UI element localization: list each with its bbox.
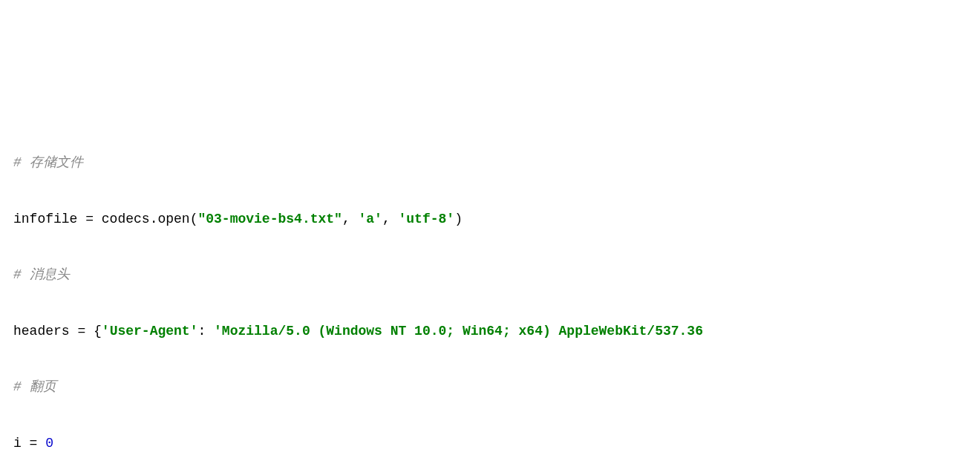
code-text: , bbox=[382, 212, 399, 226]
string-literal: 'a' bbox=[359, 212, 382, 226]
code-line: i = 0 bbox=[13, 430, 967, 458]
code-line: # 翻页 bbox=[13, 373, 967, 402]
code-text: , bbox=[342, 212, 359, 226]
string-literal: 'utf-8' bbox=[399, 212, 455, 226]
code-text: ) bbox=[454, 212, 463, 226]
code-text: : bbox=[197, 324, 214, 339]
code-text: i = bbox=[13, 436, 45, 451]
string-literal: "03-movie-bs4.txt" bbox=[197, 212, 342, 226]
code-line: # 存储文件 bbox=[13, 149, 967, 177]
code-text: infofile = codecs.open( bbox=[13, 212, 197, 226]
comment: # 消息头 bbox=[13, 267, 70, 282]
code-line: # 消息头 bbox=[13, 261, 967, 290]
code-block: # 存储文件 infofile = codecs.open("03-movie-… bbox=[13, 121, 967, 461]
string-literal: 'User-Agent' bbox=[102, 324, 198, 339]
code-text: headers = { bbox=[13, 324, 102, 339]
comment: # 存储文件 bbox=[13, 155, 83, 170]
number-literal: 0 bbox=[45, 436, 53, 451]
string-literal: 'Mozilla/5.0 (Windows NT 10.0; Win64; x6… bbox=[214, 324, 703, 339]
code-line: headers = {'User-Agent': 'Mozilla/5.0 (W… bbox=[13, 318, 967, 346]
comment: # 翻页 bbox=[13, 379, 56, 394]
code-line: infofile = codecs.open("03-movie-bs4.txt… bbox=[13, 206, 967, 234]
